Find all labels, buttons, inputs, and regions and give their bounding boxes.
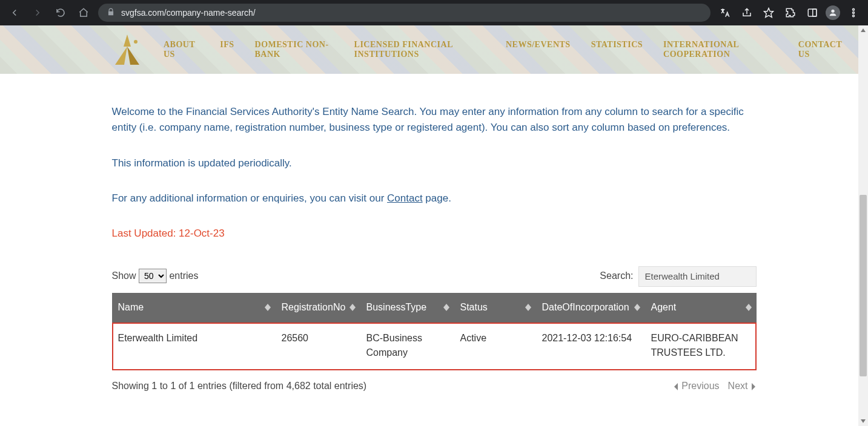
results-table: Name RegistrationNo BusinessType Status — [112, 293, 757, 370]
entries-length: Show 50 entries — [112, 269, 199, 284]
svg-marker-15 — [443, 304, 449, 307]
site-logo[interactable] — [109, 34, 145, 65]
svg-marker-11 — [265, 304, 271, 307]
col-status[interactable]: Status — [454, 293, 536, 323]
svg-marker-17 — [525, 304, 531, 307]
scroll-up-icon[interactable] — [858, 25, 868, 35]
nav-about-us[interactable]: ABOUT US — [164, 40, 199, 59]
svg-point-10 — [134, 40, 137, 44]
col-agent[interactable]: Agent — [645, 293, 757, 323]
entries-select[interactable]: 50 — [139, 269, 167, 283]
svg-marker-16 — [443, 307, 449, 311]
next-page[interactable]: Next — [728, 379, 757, 394]
search-input[interactable] — [638, 266, 757, 287]
svg-marker-26 — [861, 419, 866, 423]
extensions-icon[interactable] — [782, 4, 799, 21]
col-btype[interactable]: BusinessType — [360, 293, 454, 323]
kebab-menu-icon[interactable] — [845, 4, 862, 21]
table-row[interactable]: Eterwealth Limited 26560 BC-Business Com… — [112, 323, 757, 371]
lock-icon — [107, 8, 115, 18]
cell-date: 2021-12-03 12:16:54 — [536, 323, 645, 371]
prev-page[interactable]: Previous — [673, 379, 719, 394]
nav-domestic[interactable]: DOMESTIC NON-BANK — [255, 40, 334, 59]
cell-btype: BC-Business Company — [360, 323, 454, 371]
intro-paragraph-3: For any additional information or enquir… — [112, 191, 757, 206]
panel-icon[interactable] — [804, 4, 821, 21]
sort-icon — [350, 304, 356, 311]
svg-marker-9 — [127, 47, 139, 65]
svg-marker-25 — [861, 28, 866, 32]
sort-icon — [634, 304, 640, 311]
nav-ifs[interactable]: IFS — [220, 40, 234, 59]
hero-nav: ABOUT US IFS DOMESTIC NON-BANK LICENSED … — [0, 25, 868, 74]
svg-marker-24 — [752, 383, 755, 390]
svg-marker-18 — [525, 307, 531, 311]
main-nav: ABOUT US IFS DOMESTIC NON-BANK LICENSED … — [164, 40, 844, 59]
intro-paragraph-2: This information is updated periodically… — [112, 156, 757, 171]
nav-statistics[interactable]: STATISTICS — [591, 40, 643, 59]
contact-link[interactable]: Contact — [387, 192, 423, 204]
chevron-left-icon — [673, 383, 679, 390]
svg-marker-13 — [350, 304, 356, 307]
svg-point-6 — [853, 15, 855, 17]
svg-rect-2 — [813, 9, 817, 16]
browser-chrome: svgfsa.com/company-name-search/ — [0, 0, 868, 25]
sort-icon — [265, 304, 271, 311]
nav-licensed[interactable]: LICENSED FINANCIAL INSTITUTIONS — [354, 40, 485, 59]
col-regno[interactable]: RegistrationNo — [276, 293, 360, 323]
cell-regno: 26560 — [276, 323, 360, 371]
forward-button[interactable] — [29, 4, 46, 21]
profile-avatar[interactable] — [826, 5, 840, 20]
scroll-thumb[interactable] — [860, 195, 867, 376]
svg-marker-21 — [746, 304, 752, 307]
last-updated: Last Updated: 12-Oct-23 — [112, 226, 757, 241]
nav-international[interactable]: INTERNATIONAL COOPERATION — [663, 40, 778, 59]
url-text: svgfsa.com/company-name-search/ — [121, 8, 256, 18]
content-area: Welcome to the Financial Services Author… — [112, 74, 757, 418]
chevron-right-icon — [750, 383, 757, 390]
pagination: Previous Next — [673, 379, 756, 394]
svg-marker-8 — [115, 47, 127, 65]
svg-point-5 — [853, 12, 855, 14]
sort-icon — [443, 304, 449, 311]
svg-marker-22 — [746, 307, 752, 311]
sort-icon — [525, 304, 531, 311]
reload-button[interactable] — [52, 4, 69, 21]
back-button[interactable] — [6, 4, 23, 21]
cell-status: Active — [454, 323, 536, 371]
search-label: Search: — [600, 269, 633, 284]
svg-marker-0 — [764, 8, 774, 18]
share-icon[interactable] — [738, 4, 755, 21]
svg-marker-23 — [674, 383, 678, 390]
svg-point-4 — [853, 8, 855, 10]
col-date[interactable]: DateOfIncorporation — [536, 293, 645, 323]
svg-point-3 — [831, 10, 834, 13]
home-button[interactable] — [75, 4, 92, 21]
svg-marker-12 — [265, 307, 271, 311]
cell-name: Eterwealth Limited — [112, 323, 276, 371]
nav-contact[interactable]: CONTACT US — [798, 40, 844, 59]
bookmark-star-icon[interactable] — [760, 4, 777, 21]
address-bar[interactable]: svgfsa.com/company-name-search/ — [98, 4, 711, 22]
sort-icon — [746, 304, 752, 311]
svg-marker-7 — [124, 34, 131, 47]
svg-marker-14 — [350, 307, 356, 311]
svg-marker-20 — [634, 307, 640, 311]
svg-marker-19 — [634, 304, 640, 307]
cell-agent: EURO-CARIBBEAN TRUSTEES LTD. — [645, 323, 757, 371]
scrollbar[interactable] — [858, 25, 868, 426]
translate-icon[interactable] — [717, 4, 734, 21]
scroll-down-icon[interactable] — [858, 416, 868, 426]
intro-paragraph-1: Welcome to the Financial Services Author… — [112, 104, 757, 136]
col-name[interactable]: Name — [112, 293, 276, 323]
nav-news[interactable]: NEWS/EVENTS — [506, 40, 571, 59]
table-info: Showing 1 to 1 of 1 entries (filtered fr… — [112, 379, 367, 394]
